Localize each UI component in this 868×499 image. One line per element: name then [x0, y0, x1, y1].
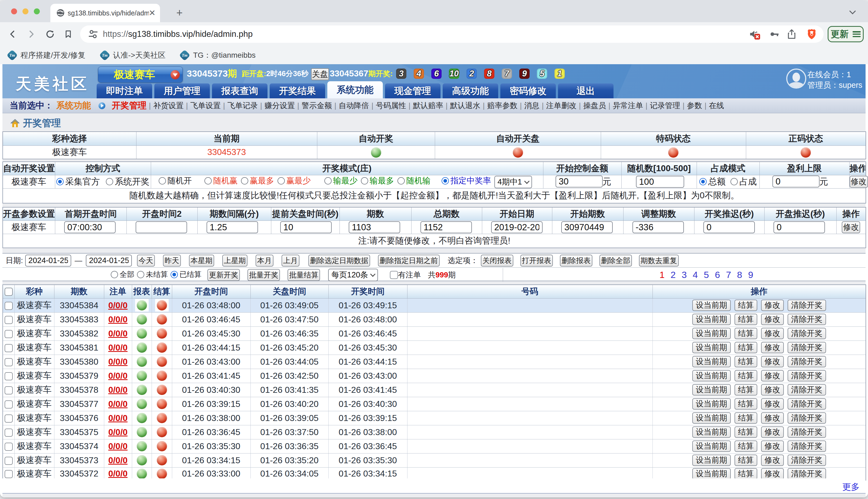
subnav-item[interactable]: 自动降倍 [339, 100, 369, 111]
draw-mode-radio[interactable] [241, 177, 248, 184]
bets-link[interactable]: 0/0/0 [108, 441, 127, 451]
subnav-item[interactable]: 操盘员 [583, 100, 606, 111]
draw-mode-radio[interactable] [277, 177, 285, 184]
report-green-light-icon[interactable] [137, 385, 147, 395]
subnav-item[interactable]: 号码属性 [376, 100, 406, 111]
op-button-清除开奖[interactable]: 清除开奖 [788, 468, 826, 479]
subnav-item[interactable]: 记录管理 [650, 100, 680, 111]
subnav-item[interactable]: 注单删改 [546, 100, 576, 111]
nav-tab-密码修改[interactable]: 密码修改 [500, 83, 556, 98]
op-button-清除开奖[interactable]: 清除开奖 [788, 370, 826, 381]
more-link[interactable]: 更多 [842, 481, 859, 493]
report-button-2[interactable]: 打开报表 [520, 255, 553, 267]
open-delay-seconds-input[interactable] [773, 221, 825, 233]
page-link-8[interactable]: 8 [737, 269, 748, 280]
row-checkbox[interactable] [4, 316, 13, 324]
op-button-设当前期[interactable]: 设当前期 [692, 342, 731, 353]
minimize-window-button[interactable] [23, 9, 28, 14]
subnav-item[interactable]: 参数 [687, 100, 702, 111]
nav-tab-报表查询[interactable]: 报表查询 [212, 83, 267, 98]
issue-count-input[interactable] [349, 221, 400, 233]
subnav-item[interactable]: 赚分设置 [265, 100, 295, 111]
op-button-设当前期[interactable]: 设当前期 [692, 356, 731, 367]
subnav-item[interactable]: 默认退水 [450, 100, 480, 111]
subnav-item[interactable]: 警示金额 [302, 100, 332, 111]
op-button-修改[interactable]: 修改 [761, 468, 784, 479]
op-button-结算[interactable]: 结算 [734, 342, 757, 353]
op-button-清除开奖[interactable]: 清除开奖 [788, 356, 826, 367]
row-checkbox[interactable] [4, 344, 13, 352]
page-link-2[interactable]: 2 [671, 269, 682, 280]
red-light-icon[interactable] [668, 147, 679, 158]
bets-link[interactable]: 0/0/0 [108, 371, 127, 381]
filter-button-3[interactable]: 本星期 [189, 255, 214, 267]
total-issues-input[interactable] [420, 221, 472, 233]
share-mode-radio[interactable] [730, 178, 738, 185]
settle-state-radio[interactable] [111, 271, 118, 278]
filter-button-6[interactable]: 上月 [281, 255, 300, 267]
share-icon[interactable] [785, 28, 798, 41]
op-button-设当前期[interactable]: 设当前期 [692, 328, 731, 339]
settle-red-light-icon[interactable] [157, 399, 167, 409]
new-tab-button[interactable]: + [173, 7, 186, 19]
op-button-修改[interactable]: 修改 [761, 342, 784, 353]
op-button-结算[interactable]: 结算 [734, 412, 757, 424]
op-button-清除开奖[interactable]: 清除开奖 [788, 398, 826, 410]
site-settings-icon[interactable] [87, 28, 100, 41]
draw-mode-radio[interactable] [442, 177, 449, 184]
subnav-item[interactable]: 飞单设置 [190, 100, 221, 111]
row-checkbox[interactable] [4, 302, 13, 310]
bets-link[interactable]: 0/0/0 [108, 468, 127, 478]
url-bar[interactable]: https://sg138.timibbs.vip/hide/admin.php [80, 25, 823, 43]
settle-red-light-icon[interactable] [157, 328, 167, 339]
mute-tab-icon[interactable] [748, 28, 761, 41]
date-to-input[interactable] [86, 255, 132, 267]
first-open-time-input[interactable] [64, 221, 116, 233]
pre-close-seconds-input[interactable] [280, 221, 332, 233]
row-checkbox[interactable] [4, 372, 13, 380]
op-button-结算[interactable]: 结算 [734, 440, 757, 452]
page-link-9[interactable]: 9 [748, 269, 759, 280]
nav-tab-高级功能[interactable]: 高级功能 [443, 83, 498, 98]
nav-tab-退出[interactable]: 退出 [558, 83, 614, 98]
op-button-设当前期[interactable]: 设当前期 [692, 468, 731, 479]
op-button-设当前期[interactable]: 设当前期 [692, 426, 731, 438]
action-button-3[interactable]: 批量结算 [288, 269, 320, 281]
settle-red-light-icon[interactable] [157, 413, 167, 423]
filter-button-2[interactable]: 昨天 [163, 255, 181, 267]
settle-state-radio[interactable] [171, 271, 178, 278]
adjust-issues-input[interactable] [632, 221, 684, 233]
filter-button-7[interactable]: 删除选定日期数据 [309, 255, 370, 267]
bets-link[interactable]: 0/0/0 [108, 343, 127, 352]
row-checkbox[interactable] [4, 457, 13, 465]
bets-link[interactable]: 0/0/0 [108, 315, 127, 324]
report-button-4[interactable]: 删除全部 [600, 255, 632, 267]
settle-red-light-icon[interactable] [157, 455, 167, 465]
zoom-window-button[interactable] [34, 9, 40, 14]
op-button-设当前期[interactable]: 设当前期 [692, 398, 731, 410]
subnav-item[interactable]: 补货设置 [153, 100, 184, 111]
page-link-3[interactable]: 3 [682, 269, 693, 280]
subnav-item[interactable]: 默认赔率 [413, 100, 443, 111]
row-checkbox[interactable] [4, 428, 13, 437]
row-checkbox[interactable] [4, 358, 13, 366]
action-button-1[interactable]: 更新开奖 [207, 269, 240, 281]
op-button-修改[interactable]: 修改 [761, 426, 784, 438]
report-green-light-icon[interactable] [137, 342, 147, 353]
op-button-结算[interactable]: 结算 [734, 426, 757, 438]
nav-tab-系统功能[interactable]: 系统功能 [327, 81, 383, 98]
filter-button-8[interactable]: 删除指定日期之前 [378, 255, 440, 267]
interval-minutes-input[interactable] [206, 221, 258, 233]
op-button-结算[interactable]: 结算 [734, 468, 757, 479]
op-button-修改[interactable]: 修改 [761, 412, 784, 424]
win-rate-select[interactable]: 4期中1 [494, 176, 532, 188]
op-button-修改[interactable]: 修改 [761, 440, 784, 452]
control-mode-radio[interactable] [56, 178, 64, 185]
report-button-3[interactable]: 删除报表 [560, 255, 592, 267]
op-button-修改[interactable]: 修改 [761, 454, 784, 466]
op-button-清除开奖[interactable]: 清除开奖 [788, 454, 826, 466]
page-link-7[interactable]: 7 [726, 269, 737, 280]
page-link-6[interactable]: 6 [715, 269, 726, 280]
red-light-icon[interactable] [513, 147, 523, 158]
close-window-button[interactable] [11, 9, 17, 14]
